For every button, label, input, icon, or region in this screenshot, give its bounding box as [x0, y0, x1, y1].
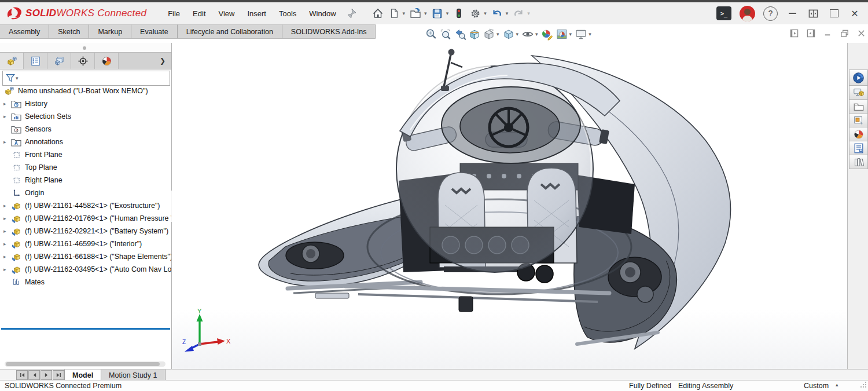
- model-submarine[interactable]: [172, 43, 847, 369]
- tab-assembly[interactable]: Assembly: [0, 24, 49, 38]
- view-palette-icon[interactable]: [849, 113, 868, 127]
- scrollbar-thumb[interactable]: [6, 362, 160, 366]
- expander-icon[interactable]: ▸: [3, 254, 10, 260]
- maximize-button[interactable]: [827, 7, 840, 20]
- design-library-icon[interactable]: [849, 155, 868, 169]
- view-settings-icon[interactable]: [574, 27, 588, 41]
- edit-appearance-icon[interactable]: [540, 27, 554, 41]
- annotation-views-caret-icon[interactable]: ▾: [496, 32, 499, 37]
- menu-insert[interactable]: Insert: [241, 6, 273, 21]
- zoom-to-area-icon[interactable]: [439, 27, 453, 41]
- hide-show-items-icon[interactable]: [521, 27, 535, 41]
- tree-item-selection-sets[interactable]: ▸ Selection Sets: [0, 110, 171, 123]
- home-icon[interactable]: [370, 6, 385, 21]
- menu-tools[interactable]: Tools: [273, 6, 303, 21]
- view-orientation-icon[interactable]: [502, 27, 516, 41]
- tree-item-component-interior[interactable]: ▸ (f) UBW-21161-46599<1> ("Interior"): [0, 237, 171, 250]
- terminal-icon[interactable]: >_: [716, 6, 731, 20]
- hide-show-caret-icon[interactable]: ▾: [535, 32, 538, 37]
- view-orientation-caret-icon[interactable]: ▾: [516, 32, 519, 37]
- feature-manager-tab[interactable]: [0, 53, 24, 69]
- options-gear-icon[interactable]: [468, 6, 483, 21]
- configuration-manager-tab[interactable]: [47, 53, 71, 69]
- lifecycle-status-icon[interactable]: [451, 6, 466, 21]
- view-settings-caret-icon[interactable]: ▾: [589, 32, 591, 37]
- tab-evaluate[interactable]: Evaluate: [131, 24, 178, 38]
- minimize-button[interactable]: [786, 7, 799, 20]
- redo-icon[interactable]: [511, 6, 526, 21]
- options-dropdown-caret-icon[interactable]: ▾: [484, 11, 487, 16]
- display-pane-splitter[interactable]: [0, 43, 171, 52]
- status-units[interactable]: Custom: [804, 382, 829, 390]
- tree-horizontal-scrollbar[interactable]: [5, 361, 165, 367]
- previous-tab-icon[interactable]: [28, 370, 40, 380]
- filter-funnel-icon[interactable]: [5, 73, 16, 83]
- tree-item-sensors[interactable]: Sensors: [0, 123, 171, 136]
- expander-icon[interactable]: ▸: [3, 215, 10, 221]
- section-view-icon[interactable]: [468, 27, 481, 41]
- save-icon[interactable]: [430, 6, 445, 21]
- appearances-scenes-icon[interactable]: [849, 127, 868, 141]
- zoom-to-fit-icon[interactable]: [424, 27, 438, 41]
- tab-markup[interactable]: Markup: [89, 24, 131, 38]
- undo-dropdown-caret-icon[interactable]: ▾: [506, 11, 509, 16]
- next-tab-icon[interactable]: [41, 370, 52, 380]
- tab-motion-study-1[interactable]: Motion Study 1: [101, 370, 165, 381]
- tree-item-right-plane[interactable]: Right Plane: [0, 174, 171, 187]
- new-dropdown-caret-icon[interactable]: ▾: [403, 11, 406, 16]
- tree-item-component-shape-elements[interactable]: ▸ (f) UBW-21161-66188<1> ("Shape Element…: [0, 250, 171, 263]
- new-document-icon[interactable]: [387, 6, 402, 21]
- dynamic-annotation-views-icon[interactable]: [482, 27, 496, 41]
- apply-scene-caret-icon[interactable]: ▾: [569, 32, 572, 37]
- tab-solidworks-addins[interactable]: SOLIDWORKS Add-Ins: [282, 24, 376, 38]
- property-manager-tab[interactable]: [24, 53, 47, 69]
- tree-item-mates[interactable]: Mates: [0, 276, 171, 288]
- switch-window-button[interactable]: [807, 7, 819, 20]
- open-dropdown-caret-icon[interactable]: ▾: [424, 11, 427, 16]
- expander-icon[interactable]: ▸: [3, 101, 10, 107]
- restore-doc-icon[interactable]: [840, 28, 849, 38]
- tree-item-front-plane[interactable]: Front Plane: [0, 148, 171, 161]
- filter-caret-icon[interactable]: ▾: [16, 76, 19, 81]
- expander-icon[interactable]: ▸: [3, 266, 10, 272]
- help-icon[interactable]: ?: [763, 6, 778, 21]
- dimxpert-manager-tab[interactable]: [71, 53, 95, 69]
- solidworks-resources-icon[interactable]: [849, 85, 868, 100]
- tab-lifecycle-collaboration[interactable]: Lifecycle and Collaboration: [178, 24, 282, 38]
- open-icon[interactable]: [408, 6, 423, 21]
- last-tab-icon[interactable]: [53, 370, 64, 380]
- tree-item-top-plane[interactable]: Top Plane: [0, 161, 171, 174]
- dock-right-icon[interactable]: [806, 28, 815, 38]
- tree-item-annotations[interactable]: ▸ Annotations: [0, 136, 171, 148]
- tree-item-history[interactable]: ▸ History: [0, 97, 171, 110]
- tree-item-component-battery-system[interactable]: ▸ (f) UBW-21162-02921<1> ("Battery Syste…: [0, 225, 171, 237]
- menu-window[interactable]: Window: [303, 6, 342, 21]
- rollback-bar[interactable]: [1, 328, 170, 330]
- display-manager-tab[interactable]: [95, 53, 119, 69]
- pin-menu-icon[interactable]: [345, 7, 358, 20]
- tree-item-component-auto-com-nav[interactable]: ▸ (f) UBW-21162-03495<1> ("Auto Com Nav …: [0, 263, 171, 276]
- previous-view-icon[interactable]: [453, 27, 467, 41]
- expander-icon[interactable]: ▸: [3, 139, 10, 145]
- tab-sketch[interactable]: Sketch: [49, 24, 89, 38]
- user-avatar[interactable]: [740, 6, 755, 21]
- expander-icon[interactable]: ▸: [3, 114, 10, 119]
- tab-model[interactable]: Model: [64, 370, 101, 381]
- file-explorer-icon[interactable]: [849, 99, 868, 114]
- menu-view[interactable]: View: [212, 6, 241, 21]
- 3dexperience-compass-icon[interactable]: [849, 70, 868, 86]
- menu-file[interactable]: File: [161, 6, 186, 21]
- expander-icon[interactable]: ▸: [3, 203, 10, 209]
- close-doc-icon[interactable]: [856, 28, 866, 38]
- dock-left-icon[interactable]: [789, 28, 799, 38]
- expander-icon[interactable]: ▸: [3, 228, 10, 234]
- tree-item-component-pressure-vessel[interactable]: ▸ (f) UBW-21162-01769<1> ("Human Pressur…: [0, 212, 171, 225]
- minimize-doc-icon[interactable]: [823, 28, 832, 38]
- tree-item-component-exostructure[interactable]: ▸ (f) UBW-21161-44582<1> ("Exostructure"…: [0, 199, 171, 212]
- custom-properties-icon[interactable]: [849, 141, 868, 155]
- tree-item-origin[interactable]: Origin: [0, 187, 171, 199]
- menu-edit[interactable]: Edit: [186, 6, 212, 21]
- first-tab-icon[interactable]: [16, 370, 28, 380]
- apply-scene-icon[interactable]: [555, 27, 569, 41]
- graphics-viewport[interactable]: Y X Z: [172, 43, 847, 369]
